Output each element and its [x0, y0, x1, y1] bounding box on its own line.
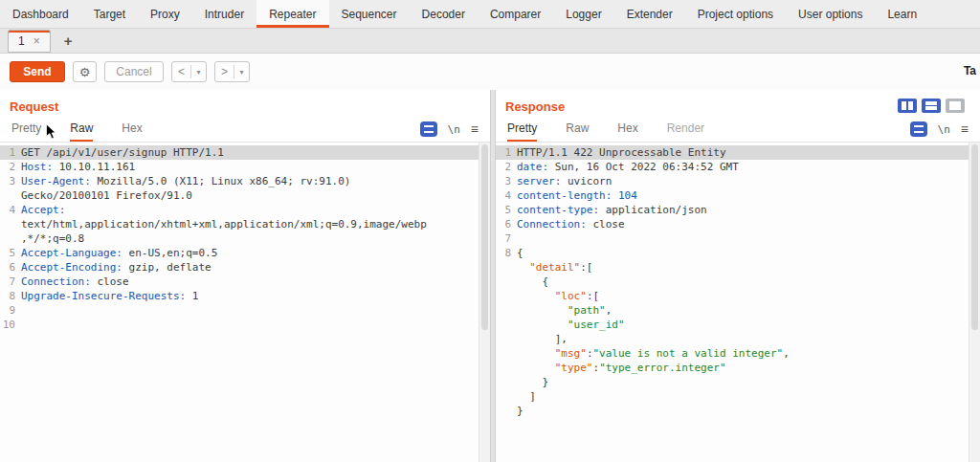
layout-single-icon[interactable]: [946, 99, 965, 113]
request-tab-pretty[interactable]: Pretty: [11, 121, 41, 142]
repeater-tab-1[interactable]: 1 ×: [8, 30, 51, 53]
menu-item-learn[interactable]: Learn: [875, 0, 929, 28]
line-number: 4: [0, 203, 21, 217]
line-number: 2: [0, 160, 21, 174]
code-line[interactable]: 7: [496, 231, 980, 246]
request-tab-hex[interactable]: Hex: [122, 121, 142, 142]
menu-item-extender[interactable]: Extender: [614, 0, 685, 28]
line-number: [0, 231, 21, 246]
line-number: 5: [0, 246, 21, 260]
repeater-toolbar: Send ⚙ Cancel < ▾ > ▾ Ta: [0, 54, 980, 90]
code-line[interactable]: 10: [0, 318, 490, 332]
line-number: [496, 303, 517, 318]
close-tab-icon[interactable]: ×: [33, 34, 40, 48]
code-line[interactable]: {: [496, 275, 980, 289]
response-editor[interactable]: 1HTTP/1.1 422 Unprocessable Entity2date:…: [496, 143, 980, 462]
request-scrollbar[interactable]: [479, 143, 490, 462]
code-line[interactable]: 4content-length: 104: [496, 188, 980, 203]
menu-item-target[interactable]: Target: [81, 0, 138, 28]
line-number: 10: [0, 318, 21, 332]
code-line[interactable]: ,*/*;q=0.8: [0, 231, 490, 246]
menu-item-logger[interactable]: Logger: [553, 0, 613, 28]
code-line[interactable]: 8Upgrade-Insecure-Requests: 1: [0, 289, 490, 303]
line-number: [496, 361, 517, 375]
show-nonprintable-icon[interactable]: \n: [448, 123, 460, 136]
code-line[interactable]: ]: [496, 389, 980, 404]
show-nonprintable-icon[interactable]: \n: [938, 123, 950, 136]
response-panel: Response PrettyRawHexRender \n ≡ 1HTTP/1…: [496, 90, 980, 462]
menu-item-project-options[interactable]: Project options: [685, 0, 786, 28]
code-line[interactable]: 4Accept:: [0, 203, 490, 217]
history-forward-button[interactable]: > ▾: [214, 61, 250, 82]
code-line[interactable]: 5Accept-Language: en-US,en;q=0.5: [0, 246, 490, 260]
settings-button[interactable]: ⚙: [73, 61, 97, 82]
menu-item-dashboard[interactable]: Dashboard: [0, 0, 81, 28]
menu-item-user-options[interactable]: User options: [786, 0, 875, 28]
line-number: 2: [496, 160, 517, 174]
line-number: [496, 332, 517, 346]
menu-item-comparer[interactable]: Comparer: [478, 0, 553, 28]
menu-item-intruder[interactable]: Intruder: [192, 0, 256, 28]
code-line[interactable]: text/html,application/xhtml+xml,applicat…: [0, 217, 490, 231]
line-number: [496, 318, 517, 332]
code-line[interactable]: 1GET /api/v1/user/signup HTTP/1.1: [0, 145, 490, 160]
response-scrollbar[interactable]: [969, 143, 980, 462]
line-number: [496, 346, 517, 361]
response-tab-raw[interactable]: Raw: [566, 121, 589, 142]
cancel-button[interactable]: Cancel: [104, 61, 164, 82]
code-line[interactable]: "detail":[: [496, 260, 980, 275]
code-line[interactable]: 5content-type: application/json: [496, 203, 980, 217]
layout-columns-icon[interactable]: [898, 99, 917, 113]
forward-dropdown-icon[interactable]: ▾: [234, 68, 249, 77]
code-line[interactable]: 7Connection: close: [0, 275, 490, 289]
menu-item-decoder[interactable]: Decoder: [410, 0, 478, 28]
code-line[interactable]: "type":"type_error.integer": [496, 361, 980, 375]
send-button[interactable]: Send: [10, 61, 65, 82]
line-number: 6: [496, 217, 517, 231]
code-line[interactable]: 8{: [496, 246, 980, 260]
history-back-button[interactable]: < ▾: [171, 61, 207, 82]
line-number: 9: [0, 303, 21, 318]
code-line[interactable]: ],: [496, 332, 980, 346]
code-line[interactable]: 1HTTP/1.1 422 Unprocessable Entity: [496, 145, 980, 160]
code-line[interactable]: }: [496, 375, 980, 389]
line-number: [0, 188, 21, 203]
response-tab-pretty[interactable]: Pretty: [507, 121, 537, 142]
gear-icon: ⚙: [79, 65, 91, 79]
main-menu: DashboardTargetProxyIntruderRepeaterSequ…: [0, 0, 980, 29]
code-line[interactable]: Gecko/20100101 Firefox/91.0: [0, 188, 490, 203]
code-line[interactable]: 2date: Sun, 16 Oct 2022 06:34:52 GMT: [496, 160, 980, 174]
code-line[interactable]: 3server: uvicorn: [496, 174, 980, 188]
code-line[interactable]: "msg":"value is not a valid integer",: [496, 346, 980, 361]
mouse-cursor: [44, 122, 58, 142]
code-line[interactable]: "path",: [496, 303, 980, 318]
menu-item-sequencer[interactable]: Sequencer: [329, 0, 410, 28]
request-tab-raw[interactable]: Raw: [70, 121, 93, 142]
response-tab-hex[interactable]: Hex: [617, 121, 637, 142]
code-line[interactable]: "loc":[: [496, 289, 980, 303]
response-tab-render[interactable]: Render: [667, 121, 704, 142]
syntax-highlight-icon[interactable]: [420, 121, 437, 137]
new-tab-button[interactable]: +: [64, 33, 73, 49]
syntax-highlight-icon[interactable]: [910, 121, 927, 137]
code-line[interactable]: 6Connection: close: [496, 217, 980, 231]
code-line[interactable]: 9: [0, 303, 490, 318]
editor-menu-icon[interactable]: ≡: [471, 121, 479, 137]
line-number: 3: [496, 174, 517, 188]
line-number: 3: [0, 174, 21, 188]
line-number: [496, 375, 517, 389]
request-editor[interactable]: 1GET /api/v1/user/signup HTTP/1.12Host: …: [0, 143, 490, 462]
back-dropdown-icon[interactable]: ▾: [191, 68, 206, 77]
layout-rows-icon[interactable]: [922, 99, 941, 113]
menu-item-proxy[interactable]: Proxy: [138, 0, 192, 28]
layout-toggle-group: [898, 99, 965, 113]
menu-item-repeater[interactable]: Repeater: [256, 0, 328, 28]
code-line[interactable]: }: [496, 404, 980, 418]
editor-menu-icon[interactable]: ≡: [961, 121, 969, 137]
code-line[interactable]: 2Host: 10.10.11.161: [0, 160, 490, 174]
code-line[interactable]: 3User-Agent: Mozilla/5.0 (X11; Linux x86…: [0, 174, 490, 188]
request-panel: Request PrettyRawHex \n ≡ 1GET /api/v1/u…: [0, 90, 490, 462]
code-line[interactable]: "user_id": [496, 318, 980, 332]
request-editor-tabs: PrettyRawHex \n ≡: [0, 118, 490, 143]
code-line[interactable]: 6Accept-Encoding: gzip, deflate: [0, 260, 490, 275]
